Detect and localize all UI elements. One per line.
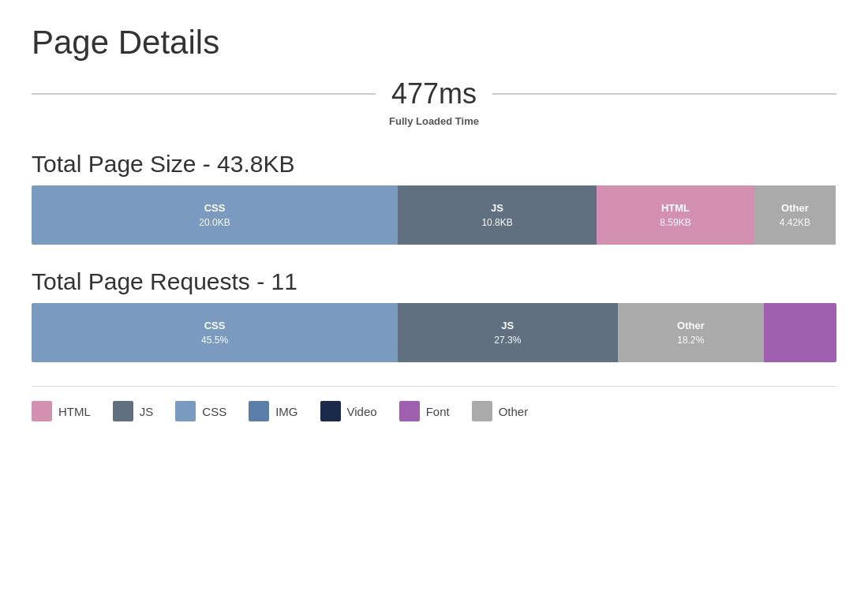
page-title: Page Details [32, 24, 836, 62]
legend-item-other: Other [472, 401, 529, 421]
bar-segment-html: HTML8.59KB [597, 185, 754, 245]
legend-item-font: Font [399, 401, 450, 421]
legend-label-img: IMG [275, 405, 297, 418]
legend-swatch-css [175, 401, 196, 421]
load-time-line-right [492, 93, 836, 95]
page-requests-chart: CSS45.5%JS27.3%Other18.2% [32, 303, 836, 362]
legend-swatch-html [32, 401, 52, 421]
legend-item-js: JS [113, 401, 154, 421]
bar-segment-css: CSS20.0KB [32, 185, 398, 245]
bar-segment-req-other: Other18.2% [618, 303, 765, 362]
bar-segment-req- [764, 303, 836, 362]
load-time-section: 477ms Fully Loaded Time [32, 77, 836, 127]
load-time-label: Fully Loaded Time [389, 115, 479, 127]
legend-label-font: Font [426, 405, 450, 418]
bar-segment-other: Other4.42KB [754, 185, 836, 245]
legend-label-html: HTML [58, 405, 91, 418]
divider [32, 386, 836, 387]
legend: HTML JS CSS IMG Video Font Other [32, 401, 836, 421]
legend-item-css: CSS [175, 401, 226, 421]
legend-item-html: HTML [32, 401, 91, 421]
page-size-chart: CSS20.0KBJS10.8KBHTML8.59KBOther4.42KB [32, 185, 836, 245]
legend-swatch-video [320, 401, 341, 421]
legend-label-other: Other [499, 405, 529, 418]
bar-segment-req-css: CSS45.5% [32, 303, 398, 362]
legend-swatch-other [472, 401, 492, 421]
bar-segment-req-js: JS27.3% [398, 303, 617, 362]
page-requests-title: Total Page Requests - 11 [32, 268, 836, 295]
legend-label-video: Video [347, 405, 377, 418]
legend-label-js: JS [140, 405, 154, 418]
load-time-line-left [32, 93, 376, 95]
legend-item-video: Video [320, 401, 377, 421]
legend-swatch-font [399, 401, 420, 421]
load-time-value: 477ms [376, 77, 492, 110]
legend-swatch-js [113, 401, 133, 421]
load-time-bar: 477ms [32, 77, 836, 110]
legend-item-img: IMG [249, 401, 297, 421]
legend-label-css: CSS [202, 405, 226, 418]
bar-segment-js: JS10.8KB [398, 185, 597, 245]
page-size-title: Total Page Size - 43.8KB [32, 151, 836, 178]
legend-swatch-img [249, 401, 269, 421]
